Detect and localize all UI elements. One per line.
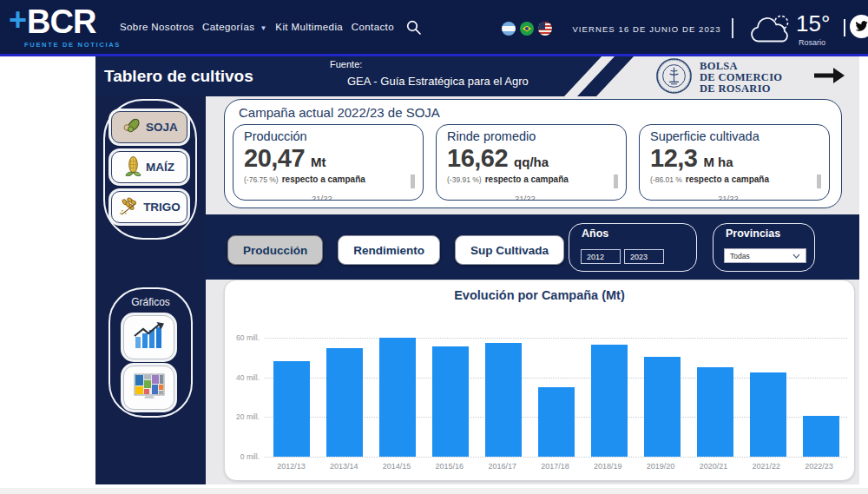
chevron-down-icon: ▼ [260, 24, 266, 32]
metric-tabs: ProducciónRendimientoSup Cultivada [227, 235, 564, 265]
language-flags [502, 22, 552, 36]
nav-item-kit-multimedia[interactable]: Kit Multimedia [275, 22, 343, 32]
chart-gridline [265, 457, 847, 458]
chart-bar-slot [635, 357, 688, 457]
chart-bar-2020-21[interactable] [697, 367, 733, 457]
bcr-logo[interactable]: + BCR FUENTE DE NOTICIAS [9, 3, 121, 49]
kpi-value: 16,62 [447, 144, 508, 173]
kpi-unit: qq/ha [514, 155, 549, 169]
sidebar: SOJAMAÍZTRIGO Gráficos [95, 96, 206, 484]
kpi-card-scrollbar[interactable] [614, 175, 618, 188]
bar-chart-button[interactable] [123, 315, 174, 359]
kpi-change-note: respecto a campaña [282, 175, 365, 184]
campaign-title: Campaña actual 2022/23 de SOJA [239, 105, 440, 120]
bar-chart-trend-icon [133, 321, 166, 353]
crop-selector-group: SOJAMAÍZTRIGO [103, 99, 197, 240]
search-icon[interactable] [406, 20, 421, 38]
kpi-card-title: Superficie cultivada [650, 129, 819, 143]
chart-bars [265, 318, 847, 457]
kpi-value-row: 20,47Mt [244, 144, 412, 173]
chart-bar-2014-15[interactable] [379, 338, 416, 457]
weather-city: Rosario [799, 38, 825, 47]
chart-bar-2022-23[interactable] [803, 416, 839, 457]
chart-bar-slot [794, 416, 847, 457]
chevron-down-icon [792, 254, 800, 259]
crop-button-soja[interactable]: SOJA [111, 111, 187, 143]
provinces-select[interactable]: Todas [724, 248, 806, 263]
twitter-icon[interactable] [850, 15, 868, 38]
chart-x-tick-label: 2021/22 [740, 462, 792, 471]
chart-bar-slot [582, 345, 635, 457]
usa-flag[interactable] [538, 22, 552, 36]
provinces-selected-value: Todas [730, 252, 750, 260]
main-content: Campaña actual 2022/23 de SOJA Producció… [206, 96, 859, 484]
dashboard-header: Tablero de cultivos Fuente: GEA - Guía E… [95, 56, 859, 96]
bar-chart-plot: 0 mill.20 mill.40 mill.60 mill. [225, 318, 849, 457]
graficos-group: Gráficos [108, 287, 193, 418]
treemap-button[interactable] [123, 366, 174, 410]
argentina-flag[interactable] [502, 22, 516, 36]
crop-button-trigo[interactable]: TRIGO [111, 191, 187, 223]
year-from-input[interactable] [581, 249, 621, 264]
corn-icon [124, 155, 142, 180]
kpi-card-scrollbar[interactable] [817, 175, 821, 188]
source-label: Fuente: [330, 59, 362, 69]
chart-x-tick-label: 2020/21 [687, 462, 740, 471]
kpi-card-scrollbar[interactable] [411, 175, 415, 188]
tab-sup-cultivada[interactable]: Sup Cultivada [455, 235, 564, 265]
kpi-card-superficie-cultivada: Superficie cultivada12,3M ha(-86.01 %res… [639, 124, 830, 201]
chart-bar-slot [265, 361, 318, 457]
chart-bar-2019-20[interactable] [644, 357, 681, 457]
kpi-change-note: respecto a campaña [485, 175, 569, 184]
crop-label: MAÍZ [146, 161, 174, 174]
chart-bar-slot [424, 346, 477, 457]
chart-x-tick-label: 2017/18 [529, 462, 582, 471]
tab-rendimiento[interactable]: Rendimiento [338, 235, 440, 265]
bcr-org-logo: BOLSA DE COMERCIO DE ROSARIO [655, 57, 782, 98]
kpi-value-row: 12,3M ha [650, 144, 819, 173]
chart-y-tick-label: 40 mill. [225, 373, 260, 382]
years-label: Años [582, 227, 608, 240]
crop-label: TRIGO [143, 201, 181, 214]
cloud-sun-icon [750, 12, 793, 50]
page-title: Tablero de cultivos [104, 67, 253, 86]
year-to-input[interactable] [624, 249, 664, 264]
kpi-value: 20,47 [244, 144, 305, 173]
tab-produccion[interactable]: Producción [227, 235, 323, 265]
wheat-icon [118, 196, 140, 219]
provinces-panel: Provincias Todas [713, 223, 815, 272]
kpi-unit: M ha [703, 155, 733, 169]
nav-item-categorias[interactable]: Categorías▼ [202, 22, 267, 32]
chart-bar-slot [371, 338, 424, 457]
provinces-label: Provincias [726, 227, 780, 240]
forward-arrow-icon[interactable] [814, 66, 845, 89]
chart-bar-2016-17[interactable] [485, 343, 522, 457]
chart-bar-2013-14[interactable] [326, 348, 363, 457]
kpi-change-note-campaign: 21/22 [312, 194, 332, 201]
brazil-flag[interactable] [520, 22, 534, 36]
nav-item-sobre-nosotros[interactable]: Sobre Nosotros [120, 22, 194, 32]
chart-bar-2021-22[interactable] [750, 372, 786, 457]
kpi-change-pct: (-86.01 % [650, 175, 682, 184]
chart-bar-2012-13[interactable] [273, 361, 310, 457]
chart-x-tick-label: 2022/23 [792, 462, 845, 471]
chart-bar-slot [529, 387, 582, 457]
chart-x-tick-label: 2013/14 [318, 462, 371, 471]
kpi-change-row: (-86.01 %respecto a campaña [650, 175, 819, 184]
crop-label: SOJA [146, 121, 178, 134]
nav-item-contacto[interactable]: Contacto [352, 22, 394, 32]
chart-x-tick-label: 2015/16 [423, 462, 476, 471]
chart-x-tick-label: 2014/15 [371, 462, 424, 471]
dashboard: Tablero de cultivos Fuente: GEA - Guía E… [95, 56, 859, 484]
chart-bar-2018-19[interactable] [591, 345, 628, 457]
kpi-card-produccion: Producción20,47Mt(-76.75 %)respecto a ca… [233, 124, 424, 201]
screenshot-root: + BCR FUENTE DE NOTICIAS Sobre NosotrosC… [0, 0, 868, 494]
kpi-unit: Mt [311, 155, 326, 169]
kpi-cards: Producción20,47Mt(-76.75 %)respecto a ca… [233, 124, 830, 201]
chart-bar-2017-18[interactable] [538, 387, 575, 457]
nav-divider [732, 18, 733, 38]
kpi-change-note: respecto a campaña [686, 175, 769, 184]
crop-button-maiz[interactable]: MAÍZ [111, 151, 187, 183]
chart-bar-slot [318, 348, 371, 457]
chart-bar-2015-16[interactable] [432, 346, 469, 457]
